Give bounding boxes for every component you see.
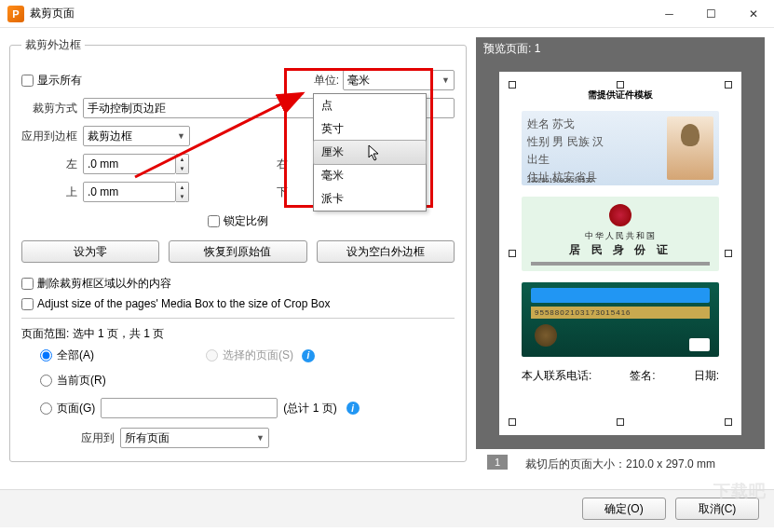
crop-handle[interactable] bbox=[725, 250, 732, 257]
pages-input[interactable] bbox=[101, 398, 278, 418]
lock-ratio-checkbox[interactable]: 锁定比例 bbox=[208, 213, 268, 229]
crop-handle[interactable] bbox=[509, 81, 516, 89]
adjust-media-checkbox[interactable]: Adjust size of the pages' Media Box to t… bbox=[21, 297, 455, 310]
radio-all[interactable]: 全部(A) bbox=[40, 348, 94, 363]
crop-method-label: 裁剪方式 bbox=[21, 101, 77, 116]
unit-dropdown[interactable]: 点英寸厘米毫米派卡 bbox=[313, 93, 427, 211]
preview-page[interactable]: 需提供证件模板 姓名 苏戈性别 男 民族 汉出生住址 杭安省县 21020519… bbox=[499, 72, 741, 435]
minimize-button[interactable]: ─ bbox=[648, 0, 690, 28]
page-size-info: 裁切后的页面大小：210.0 x 297.0 mm bbox=[476, 449, 765, 480]
id-card-front: 姓名 苏戈性别 男 民族 汉出生住址 杭安省县 2102051968082965… bbox=[522, 111, 719, 185]
unit-label: 单位: bbox=[314, 73, 339, 89]
chevron-down-icon: ▼ bbox=[177, 131, 185, 141]
left-input[interactable] bbox=[83, 154, 176, 174]
watermark: 下载吧 bbox=[713, 480, 767, 502]
dialog-buttons: 确定(O) 取消(C) bbox=[0, 489, 774, 527]
apply-border-select[interactable]: 裁剪边框 ▼ bbox=[83, 126, 190, 146]
dropdown-option[interactable]: 厘米 bbox=[313, 140, 427, 165]
crop-handle[interactable] bbox=[617, 81, 624, 89]
restore-button[interactable]: 恢复到原始值 bbox=[169, 240, 306, 263]
top-input[interactable] bbox=[83, 182, 176, 202]
crop-handle[interactable] bbox=[725, 81, 732, 89]
doc-footer: 本人联系电话:签名:日期: bbox=[522, 368, 719, 384]
dropdown-option[interactable]: 毫米 bbox=[314, 164, 426, 187]
maximize-button[interactable]: ☐ bbox=[690, 0, 732, 28]
doc-title: 需提供证件模板 bbox=[522, 89, 719, 102]
bottom-label: 下 bbox=[232, 184, 288, 200]
top-label: 上 bbox=[21, 184, 77, 200]
separator bbox=[21, 318, 455, 319]
show-all-checkbox[interactable]: 显示所有 bbox=[21, 73, 82, 89]
set-blank-button[interactable]: 设为空白外边框 bbox=[317, 240, 455, 263]
left-spinner[interactable]: ▲▼ bbox=[176, 154, 189, 174]
dropdown-option[interactable]: 英寸 bbox=[314, 117, 426, 141]
remove-outside-checkbox[interactable]: 删除裁剪框区域以外的内容 bbox=[21, 276, 455, 292]
left-label: 左 bbox=[21, 157, 77, 172]
crop-handle[interactable] bbox=[509, 250, 516, 257]
preview-header: 预览页面: 1 bbox=[476, 37, 765, 61]
titlebar: P 裁剪页面 ─ ☐ ✕ bbox=[0, 0, 774, 28]
dropdown-option[interactable]: 点 bbox=[314, 94, 426, 117]
info-icon[interactable]: i bbox=[346, 402, 360, 415]
pages-total: (总计 1 页) bbox=[283, 401, 336, 416]
preview-area[interactable]: 需提供证件模板 姓名 苏戈性别 男 民族 汉出生住址 杭安省县 21020519… bbox=[476, 61, 765, 449]
top-spinner[interactable]: ▲▼ bbox=[176, 182, 189, 202]
page-thumb[interactable]: 1 bbox=[487, 455, 508, 470]
radio-current[interactable]: 当前页(R) bbox=[40, 373, 455, 389]
window-title: 裁剪页面 bbox=[30, 6, 648, 21]
chevron-down-icon: ▼ bbox=[256, 433, 265, 443]
group-title: 裁剪外边框 bbox=[21, 37, 85, 53]
apply-to-select[interactable]: 所有页面 ▼ bbox=[120, 428, 269, 448]
radio-pages[interactable]: 页面(G) bbox=[40, 401, 95, 416]
page-range-title: 页面范围: 选中 1 页，共 1 页 bbox=[21, 326, 455, 342]
right-label: 右 bbox=[232, 157, 288, 172]
info-icon[interactable]: i bbox=[302, 349, 315, 362]
chevron-down-icon: ▼ bbox=[441, 75, 450, 85]
close-button[interactable]: ✕ bbox=[732, 0, 774, 28]
unit-select[interactable]: 毫米 ▼ bbox=[343, 70, 455, 90]
crop-handle[interactable] bbox=[509, 418, 516, 426]
id-card-back: 中华人民共和国 居 民 身 份 证 bbox=[522, 197, 719, 271]
apply-to-label: 应用到 bbox=[59, 430, 115, 446]
apply-border-label: 应用到边框 bbox=[21, 129, 77, 144]
dropdown-option[interactable]: 派卡 bbox=[314, 187, 426, 211]
radio-selected[interactable]: 选择的页面(S) i bbox=[206, 348, 315, 363]
bank-card: 9558802103173015416 bbox=[522, 282, 719, 357]
set-zero-button[interactable]: 设为零 bbox=[21, 240, 159, 263]
ok-button[interactable]: 确定(O) bbox=[582, 498, 666, 520]
crop-handle[interactable] bbox=[725, 418, 732, 426]
crop-handle[interactable] bbox=[617, 418, 624, 426]
app-icon: P bbox=[7, 6, 24, 22]
